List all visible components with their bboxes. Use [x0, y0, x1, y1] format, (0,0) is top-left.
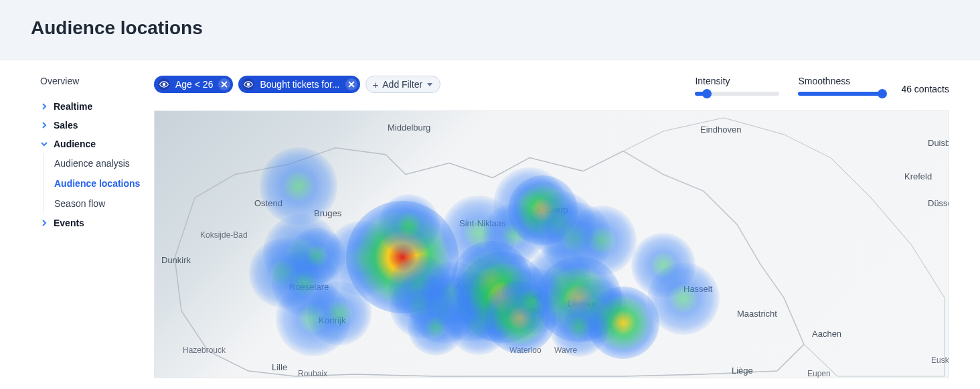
- eye-icon[interactable]: [158, 78, 170, 90]
- map-city-label: Koksijde-Bad: [200, 230, 248, 240]
- add-filter-label: Add Filter: [382, 79, 422, 90]
- chevron-right-icon: [40, 121, 48, 129]
- map-city-label: Bruges: [314, 208, 341, 218]
- contacts-count: 46 contacts: [901, 80, 949, 94]
- smoothness-slider[interactable]: [798, 89, 882, 98]
- subnav-item-audience-locations[interactable]: Audience locations: [54, 173, 149, 193]
- sidebar-item-events[interactable]: Events: [40, 214, 149, 232]
- map-city-label: Krefeld: [904, 171, 932, 181]
- map-city-label: Liège: [732, 366, 753, 376]
- add-filter-button[interactable]: + Add Filter: [365, 76, 441, 93]
- svg-point-1: [248, 83, 250, 86]
- heatmap-map[interactable]: MiddelburgOstendBrugesKoksijde-BadDunkir…: [154, 110, 949, 378]
- heatmap-controls: Intensity Smoothness 46 contacts: [695, 76, 949, 98]
- sidebar-subnav-audience: Audience analysis Audience locations Sea…: [44, 153, 149, 214]
- map-city-label: Sint-Niklaas: [459, 218, 505, 228]
- eye-icon[interactable]: [242, 78, 254, 90]
- intensity-slider[interactable]: [695, 89, 779, 98]
- filter-chip-label: Bought tickets for...: [258, 79, 341, 90]
- page-header: Audience locations: [0, 0, 980, 60]
- map-city-label: Aachen: [812, 329, 841, 339]
- sidebar-item-label: Sales: [54, 120, 78, 131]
- sidebar-item-sales[interactable]: Sales: [40, 116, 149, 135]
- map-city-label: Leuven: [568, 299, 596, 309]
- map-city-label: Waterloo: [509, 345, 542, 355]
- map-city-label: Middelburg: [388, 123, 430, 133]
- smoothness-label: Smoothness: [798, 76, 882, 86]
- page-title: Audience locations: [31, 17, 949, 39]
- map-city-label: Antwerp: [536, 205, 568, 215]
- sidebar: Overview Realtime Sales Audience Audienc…: [0, 76, 154, 378]
- map-city-label: Dunkirk: [161, 255, 191, 265]
- map-city-label: Eindhoven: [700, 125, 741, 135]
- map-city-label: Duisb: [928, 138, 949, 148]
- chevron-right-icon: [40, 102, 48, 110]
- sidebar-item-audience[interactable]: Audience: [40, 135, 149, 153]
- map-city-label: Roeselare: [289, 282, 329, 292]
- map-city-label: Wavre: [554, 345, 577, 355]
- map-city-label: Düsse: [928, 198, 949, 208]
- filter-chip-label: Age < 26: [174, 79, 214, 90]
- chevron-down-icon: [40, 140, 48, 148]
- intensity-control: Intensity: [695, 76, 779, 98]
- map-city-label: Hasselt: [683, 284, 712, 294]
- subnav-item-season-flow[interactable]: Season flow: [54, 193, 149, 214]
- svg-point-0: [163, 83, 165, 86]
- filter-chip-bought-tickets[interactable]: Bought tickets for...: [238, 76, 359, 93]
- main-content: Age < 26 Bought tickets for... +: [154, 76, 980, 378]
- map-city-label: Hazebrouck: [183, 345, 226, 355]
- sidebar-heading: Overview: [40, 76, 149, 86]
- map-city-label: Verviers: [513, 292, 542, 301]
- map-city-label: Maastricht: [737, 309, 777, 319]
- chevron-right-icon: [40, 219, 48, 227]
- smoothness-control: Smoothness: [798, 76, 882, 98]
- map-city-label: Tournai: [342, 376, 371, 378]
- intensity-label: Intensity: [695, 76, 779, 86]
- sidebar-item-label: Audience: [54, 139, 96, 149]
- filter-bar: Age < 26 Bought tickets for... +: [154, 76, 440, 93]
- sidebar-item-label: Events: [54, 218, 84, 228]
- filter-chip-age[interactable]: Age < 26: [154, 76, 233, 93]
- plus-icon: +: [373, 80, 379, 90]
- map-city-label: Aalst: [456, 282, 474, 291]
- map-city-label: Eupen: [807, 369, 831, 378]
- sidebar-item-label: Realtime: [54, 101, 92, 112]
- map-city-label: Brussels: [506, 305, 540, 315]
- sidebar-item-realtime[interactable]: Realtime: [40, 97, 149, 116]
- caret-down-icon: [426, 79, 433, 90]
- map-city-label: Roubaix: [298, 369, 327, 378]
- map-city-label: Eusk: [931, 356, 949, 365]
- subnav-item-audience-analysis[interactable]: Audience analysis: [54, 153, 149, 173]
- map-city-label: Kortrijk: [319, 315, 345, 325]
- toolbar: Age < 26 Bought tickets for... +: [154, 76, 949, 98]
- map-city-label: Lille: [272, 362, 287, 372]
- remove-filter-icon[interactable]: [218, 78, 230, 90]
- map-city-label: Ostend: [254, 198, 282, 208]
- remove-filter-icon[interactable]: [345, 78, 357, 90]
